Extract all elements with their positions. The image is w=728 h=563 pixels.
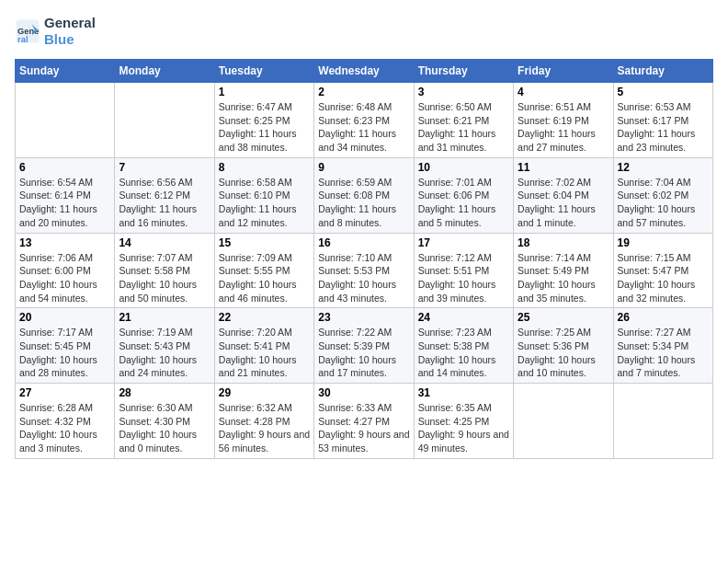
day-cell: 21Sunrise: 7:19 AM Sunset: 5:43 PM Dayli…	[115, 308, 214, 384]
day-cell: 6Sunrise: 6:54 AM Sunset: 6:14 PM Daylig…	[16, 157, 115, 233]
day-info: Sunrise: 6:51 AM Sunset: 6:19 PM Dayligh…	[518, 100, 609, 155]
day-info: Sunrise: 6:54 AM Sunset: 6:14 PM Dayligh…	[19, 176, 110, 230]
day-number: 17	[418, 236, 509, 249]
day-cell: 30Sunrise: 6:33 AM Sunset: 4:27 PM Dayli…	[314, 384, 414, 459]
day-number: 10	[418, 161, 509, 174]
week-row-2: 6Sunrise: 6:54 AM Sunset: 6:14 PM Daylig…	[16, 157, 713, 233]
day-cell	[16, 83, 115, 158]
day-info: Sunrise: 7:06 AM Sunset: 6:00 PM Dayligh…	[19, 251, 110, 305]
day-number: 5	[618, 86, 709, 98]
day-info: Sunrise: 6:35 AM Sunset: 4:25 PM Dayligh…	[418, 401, 509, 455]
weekday-header-sunday: Sunday	[16, 60, 115, 83]
day-cell: 12Sunrise: 7:04 AM Sunset: 6:02 PM Dayli…	[613, 157, 712, 233]
weekday-header-row: SundayMondayTuesdayWednesdayThursdayFrid…	[16, 60, 713, 83]
day-info: Sunrise: 7:01 AM Sunset: 6:06 PM Dayligh…	[418, 176, 509, 230]
logo: Gene ral General Blue	[15, 15, 96, 48]
day-info: Sunrise: 7:22 AM Sunset: 5:39 PM Dayligh…	[318, 326, 409, 380]
day-cell: 8Sunrise: 6:58 AM Sunset: 6:10 PM Daylig…	[214, 157, 313, 233]
day-info: Sunrise: 6:33 AM Sunset: 4:27 PM Dayligh…	[318, 401, 409, 455]
day-cell: 2Sunrise: 6:48 AM Sunset: 6:23 PM Daylig…	[314, 83, 414, 158]
day-number: 28	[119, 386, 210, 399]
day-number: 29	[219, 386, 310, 399]
day-number: 15	[219, 236, 310, 249]
day-cell: 7Sunrise: 6:56 AM Sunset: 6:12 PM Daylig…	[115, 157, 214, 233]
day-number: 26	[618, 311, 709, 324]
weekday-header-wednesday: Wednesday	[314, 60, 414, 83]
day-cell: 24Sunrise: 7:23 AM Sunset: 5:38 PM Dayli…	[414, 308, 513, 384]
day-info: Sunrise: 7:19 AM Sunset: 5:43 PM Dayligh…	[119, 326, 210, 380]
day-info: Sunrise: 6:28 AM Sunset: 4:32 PM Dayligh…	[19, 401, 110, 455]
day-number: 27	[19, 386, 110, 399]
day-cell	[613, 384, 712, 459]
day-number: 21	[119, 311, 210, 324]
day-info: Sunrise: 7:27 AM Sunset: 5:34 PM Dayligh…	[618, 326, 709, 380]
logo-icon: Gene ral	[15, 18, 40, 44]
day-cell: 5Sunrise: 6:53 AM Sunset: 6:17 PM Daylig…	[613, 83, 712, 158]
day-number: 9	[318, 161, 409, 174]
day-cell: 13Sunrise: 7:06 AM Sunset: 6:00 PM Dayli…	[16, 233, 115, 308]
day-info: Sunrise: 6:56 AM Sunset: 6:12 PM Dayligh…	[119, 176, 210, 230]
day-number: 23	[318, 311, 409, 324]
day-cell: 22Sunrise: 7:20 AM Sunset: 5:41 PM Dayli…	[214, 308, 313, 384]
week-row-3: 13Sunrise: 7:06 AM Sunset: 6:00 PM Dayli…	[16, 233, 713, 308]
day-cell: 10Sunrise: 7:01 AM Sunset: 6:06 PM Dayli…	[414, 157, 513, 233]
day-number: 22	[219, 311, 310, 324]
day-info: Sunrise: 7:17 AM Sunset: 5:45 PM Dayligh…	[19, 326, 110, 380]
day-cell: 18Sunrise: 7:14 AM Sunset: 5:49 PM Dayli…	[514, 233, 613, 308]
day-info: Sunrise: 7:20 AM Sunset: 5:41 PM Dayligh…	[219, 326, 310, 380]
weekday-header-monday: Monday	[115, 60, 214, 83]
day-cell: 14Sunrise: 7:07 AM Sunset: 5:58 PM Dayli…	[115, 233, 214, 308]
week-row-5: 27Sunrise: 6:28 AM Sunset: 4:32 PM Dayli…	[16, 384, 713, 459]
day-number: 19	[618, 236, 709, 249]
day-number: 7	[119, 161, 210, 174]
day-number: 13	[19, 236, 110, 249]
day-cell: 23Sunrise: 7:22 AM Sunset: 5:39 PM Dayli…	[314, 308, 414, 384]
day-cell	[115, 83, 214, 158]
week-row-1: 1Sunrise: 6:47 AM Sunset: 6:25 PM Daylig…	[16, 83, 713, 158]
day-info: Sunrise: 7:02 AM Sunset: 6:04 PM Dayligh…	[518, 176, 609, 230]
day-info: Sunrise: 7:07 AM Sunset: 5:58 PM Dayligh…	[119, 251, 210, 305]
day-number: 30	[318, 386, 409, 399]
day-number: 2	[318, 86, 409, 98]
day-cell: 29Sunrise: 6:32 AM Sunset: 4:28 PM Dayli…	[214, 384, 313, 459]
weekday-header-friday: Friday	[514, 60, 613, 83]
day-cell	[514, 384, 613, 459]
day-info: Sunrise: 6:32 AM Sunset: 4:28 PM Dayligh…	[219, 401, 310, 455]
weekday-header-thursday: Thursday	[414, 60, 513, 83]
day-cell: 20Sunrise: 7:17 AM Sunset: 5:45 PM Dayli…	[16, 308, 115, 384]
day-number: 8	[219, 161, 310, 174]
day-cell: 3Sunrise: 6:50 AM Sunset: 6:21 PM Daylig…	[414, 83, 513, 158]
day-cell: 9Sunrise: 6:59 AM Sunset: 6:08 PM Daylig…	[314, 157, 414, 233]
day-info: Sunrise: 7:09 AM Sunset: 5:55 PM Dayligh…	[219, 251, 310, 305]
day-cell: 26Sunrise: 7:27 AM Sunset: 5:34 PM Dayli…	[613, 308, 712, 384]
day-number: 25	[518, 311, 609, 324]
header: Gene ral General Blue	[15, 15, 713, 48]
day-number: 20	[19, 311, 110, 324]
day-number: 24	[418, 311, 509, 324]
day-cell: 15Sunrise: 7:09 AM Sunset: 5:55 PM Dayli…	[214, 233, 313, 308]
day-info: Sunrise: 7:10 AM Sunset: 5:53 PM Dayligh…	[318, 251, 409, 305]
day-number: 6	[19, 161, 110, 174]
day-cell: 1Sunrise: 6:47 AM Sunset: 6:25 PM Daylig…	[214, 83, 313, 158]
day-info: Sunrise: 7:04 AM Sunset: 6:02 PM Dayligh…	[618, 176, 709, 230]
day-number: 16	[318, 236, 409, 249]
day-number: 12	[618, 161, 709, 174]
svg-text:ral: ral	[17, 35, 28, 44]
day-info: Sunrise: 7:23 AM Sunset: 5:38 PM Dayligh…	[418, 326, 509, 380]
day-cell: 4Sunrise: 6:51 AM Sunset: 6:19 PM Daylig…	[514, 83, 613, 158]
day-number: 31	[418, 386, 509, 399]
day-info: Sunrise: 7:14 AM Sunset: 5:49 PM Dayligh…	[518, 251, 609, 305]
day-number: 3	[418, 86, 509, 98]
day-info: Sunrise: 6:59 AM Sunset: 6:08 PM Dayligh…	[318, 176, 409, 230]
day-cell: 19Sunrise: 7:15 AM Sunset: 5:47 PM Dayli…	[613, 233, 712, 308]
day-info: Sunrise: 7:15 AM Sunset: 5:47 PM Dayligh…	[618, 251, 709, 305]
day-cell: 31Sunrise: 6:35 AM Sunset: 4:25 PM Dayli…	[414, 384, 513, 459]
calendar: SundayMondayTuesdayWednesdayThursdayFrid…	[15, 59, 713, 459]
day-number: 1	[219, 86, 310, 98]
week-row-4: 20Sunrise: 7:17 AM Sunset: 5:45 PM Dayli…	[16, 308, 713, 384]
day-info: Sunrise: 6:47 AM Sunset: 6:25 PM Dayligh…	[219, 100, 310, 155]
day-number: 11	[518, 161, 609, 174]
day-info: Sunrise: 6:50 AM Sunset: 6:21 PM Dayligh…	[418, 100, 509, 155]
logo-name-line1: General	[44, 15, 96, 31]
day-info: Sunrise: 7:12 AM Sunset: 5:51 PM Dayligh…	[418, 251, 509, 305]
